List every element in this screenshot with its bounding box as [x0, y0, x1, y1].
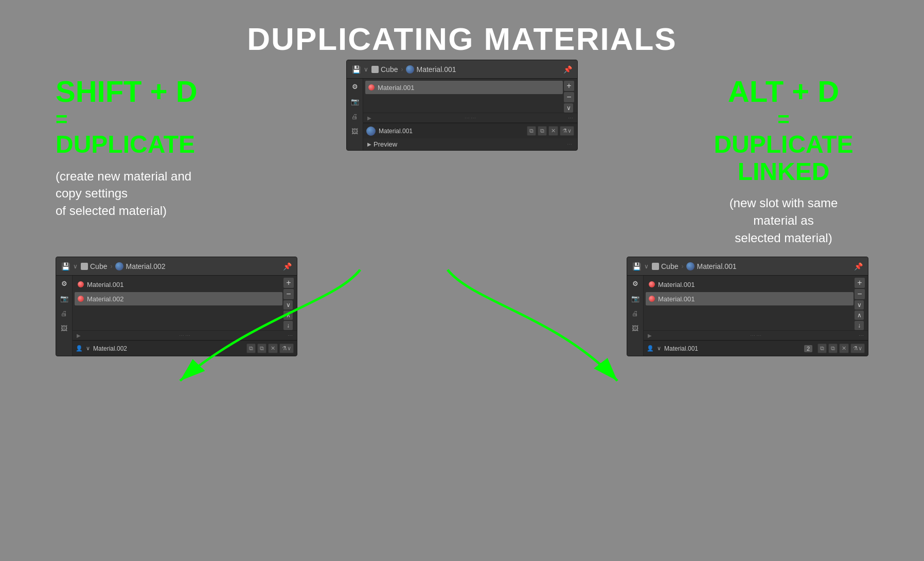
cube-icon: [371, 66, 379, 73]
material-list: Material.001: [365, 81, 563, 113]
bl-up-btn[interactable]: ∧: [283, 311, 293, 320]
save-icon: 💾: [352, 65, 361, 74]
save-icon-br: 💾: [632, 262, 641, 270]
slot-name: Material.001: [379, 128, 524, 135]
bl-mat-item-1[interactable]: Material.001: [75, 278, 282, 291]
br-output-icon[interactable]: 🖨: [631, 309, 639, 318]
bl-down-btn[interactable]: ∨: [283, 300, 293, 310]
bl-expand: ⋯: [288, 333, 293, 338]
bl-side-btns: + − ∨ ∧ ↓: [282, 278, 295, 330]
bl-mat-name-1: Material.001: [87, 281, 124, 288]
main-layout: SHIFT + D = DUPLICATE (create new materi…: [0, 57, 924, 561]
sep-bl: ›: [110, 263, 112, 270]
bl-dup-btn[interactable]: ⧉: [257, 343, 266, 353]
mat-bl: Material.002: [115, 262, 165, 270]
cube-label-br: Cube: [661, 262, 678, 270]
br-content: Material.001 Material.001 + − ∨ ∧: [644, 276, 868, 356]
br-remove-btn[interactable]: −: [855, 289, 865, 299]
cube-breadcrumb: Cube: [371, 65, 398, 74]
globe-icon: [406, 65, 414, 74]
br-down2-btn[interactable]: ↓: [855, 321, 864, 330]
duplicate-slot-button[interactable]: ⧉: [538, 126, 547, 136]
br-down-btn[interactable]: ∨: [855, 300, 864, 310]
pin-bl: 📌: [283, 262, 292, 270]
preview-triangle: ▶: [367, 141, 371, 147]
br-copy-btn[interactable]: ⧉: [818, 343, 827, 353]
material-slot-row: Material.001 ⧉ ⧉ ✕ ⚗∨: [363, 123, 577, 138]
br-mat-list: Material.001 Material.001: [646, 278, 854, 330]
more-options-button[interactable]: ∨: [564, 103, 573, 113]
dots-separator: ⋯⋯: [374, 115, 568, 121]
br-dup-btn[interactable]: ⧉: [828, 343, 838, 353]
bl-opts-btn[interactable]: ⚗∨: [279, 343, 294, 353]
properties-icon[interactable]: ⚙: [351, 82, 359, 92]
bl-mat-item-2[interactable]: Material.002: [75, 292, 282, 305]
breadcrumb-separator: ›: [401, 66, 403, 73]
breadcrumb-bl: Cube › Material.002: [81, 262, 280, 270]
mat-label-bl: Material.002: [126, 262, 165, 270]
bl-remove-btn[interactable]: −: [283, 289, 294, 299]
mat-br: Material.001: [686, 262, 736, 270]
br-sidebar: ⚙ 📷 🖨 🖼: [627, 276, 644, 356]
br-view-icon[interactable]: 🖼: [631, 323, 639, 333]
bl-copy-btn[interactable]: ⧉: [246, 343, 256, 353]
br-props-icon[interactable]: ⚙: [631, 279, 639, 288]
br-mat-name-2: Material.001: [658, 295, 695, 303]
bl-x-btn[interactable]: ✕: [268, 343, 278, 353]
bl-view-icon[interactable]: 🖼: [60, 323, 68, 333]
br-opts-btn[interactable]: ⚗∨: [850, 343, 865, 353]
br-list-area: Material.001 Material.001 + − ∨ ∧: [644, 276, 868, 330]
br-slot-chevron: ∨: [657, 345, 661, 352]
br-slot-icon: 👤: [647, 345, 654, 352]
preview-row: ▶ Preview ⋯: [363, 138, 577, 150]
bl-mat-list: Material.001 Material.002: [75, 278, 282, 330]
br-mat-item-1[interactable]: Material.001: [646, 278, 854, 291]
bottom-left-panel: 💾 ∨ Cube › Material.002 📌: [56, 257, 297, 356]
br-render-icon[interactable]: 📷: [630, 294, 641, 303]
alt-d-action: DUPLICATE LINKED: [683, 131, 884, 186]
br-add-btn[interactable]: +: [855, 278, 865, 288]
br-x-btn[interactable]: ✕: [839, 343, 849, 353]
output-icon[interactable]: 🖨: [350, 112, 359, 121]
bl-add-btn[interactable]: +: [283, 278, 294, 288]
globe-bl: [115, 262, 123, 270]
dropdown-icon: ∨: [364, 66, 368, 73]
br-mat-item-2[interactable]: Material.001: [646, 292, 854, 305]
breadcrumb-br: Cube › Material.001: [652, 262, 851, 270]
bl-sidebar: ⚙ 📷 🖨 🖼: [56, 276, 73, 356]
bl-render-icon[interactable]: 📷: [59, 294, 69, 303]
render-icon[interactable]: 📷: [350, 97, 360, 106]
br-up-btn[interactable]: ∧: [855, 311, 864, 320]
page-title: DUPLICATING MATERIALS: [0, 0, 924, 57]
bl-sep-row: ▶ ⋯⋯ ⋯: [73, 330, 297, 340]
br-dots: ⋯⋯: [654, 333, 859, 338]
alt-d-key: ALT + D: [683, 75, 884, 108]
triangle-icon: ▶: [367, 115, 371, 121]
slot-options-button[interactable]: ⚗∨: [560, 126, 574, 136]
remove-material-button[interactable]: −: [564, 92, 574, 102]
sidebar-icons: ⚙ 📷 🖨 🖼: [347, 79, 363, 150]
bl-content: Material.001 Material.002 + − ∨ ∧: [73, 276, 297, 356]
bl-down2-btn[interactable]: ↓: [283, 321, 293, 330]
list-side-buttons: + − ∨: [563, 81, 575, 113]
remove-slot-button[interactable]: ✕: [548, 126, 558, 136]
bl-props-icon[interactable]: ⚙: [60, 279, 68, 288]
view-icon[interactable]: 🖼: [350, 126, 359, 136]
copy-slot-button[interactable]: ⧉: [527, 126, 536, 136]
bottom-left-header: 💾 ∨ Cube › Material.002 📌: [56, 257, 297, 276]
dropdown-icon-br: ∨: [644, 263, 649, 270]
pin-br: 📌: [854, 262, 863, 270]
material-name-1: Material.001: [378, 84, 415, 92]
br-mat-name-1: Material.001: [658, 281, 695, 288]
shift-d-key: SHIFT + D: [56, 75, 241, 108]
top-panel-body: ⚙ 📷 🖨 🖼 Materia: [347, 79, 577, 150]
br-slot-row: 👤 ∨ Material.001 2 ⧉ ⧉ ✕ ⚗∨: [644, 340, 868, 356]
material-item-1[interactable]: Material.001: [365, 81, 563, 94]
material-breadcrumb-label: Material.001: [416, 65, 456, 74]
add-material-button[interactable]: +: [564, 81, 574, 91]
bl-output-icon[interactable]: 🖨: [60, 309, 68, 318]
slot-actions: ⧉ ⧉ ✕ ⚗∨: [527, 126, 574, 136]
cube-icon-bl: [81, 263, 88, 270]
cube-label: Cube: [381, 65, 398, 74]
material-list-area: Material.001 + − ∨: [363, 79, 577, 113]
